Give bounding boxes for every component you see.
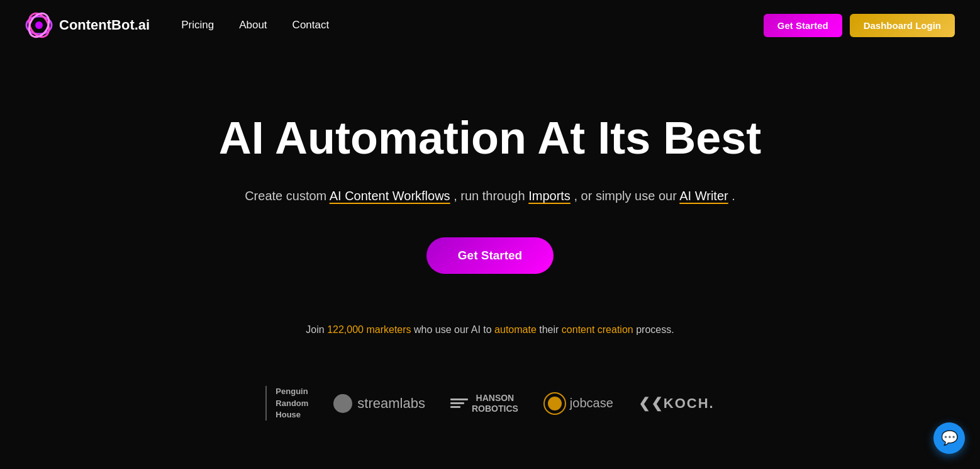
nav-dashboard-login-button[interactable]: Dashboard Login: [850, 14, 955, 37]
penguin-divider: [265, 386, 267, 421]
hero-get-started-button[interactable]: Get Started: [426, 237, 554, 274]
penguin-text: PenguinRandomHouse: [276, 386, 308, 421]
nav-link-contact[interactable]: Contact: [292, 19, 330, 31]
hanson-bar-3: [450, 406, 460, 408]
hanson-bar-1: [450, 398, 468, 400]
social-proof-marketers: 122,000 marketers: [327, 324, 411, 335]
social-proof-prefix: Join: [306, 324, 327, 335]
hero-title: AI Automation At Its Best: [219, 113, 762, 163]
nav-item-about[interactable]: About: [239, 19, 267, 31]
koch-text: ❮❮KOCH.: [638, 395, 715, 412]
logo-hanson: HANSONROBOTICS: [450, 393, 518, 414]
jobcase-inner: [548, 397, 562, 410]
nav-item-pricing[interactable]: Pricing: [181, 19, 214, 31]
hero-subtitle: Create custom AI Content Workflows , run…: [245, 186, 735, 206]
hero-link-workflows[interactable]: AI Content Workflows: [330, 189, 450, 203]
hero-link-imports[interactable]: Imports: [528, 189, 571, 203]
svg-point-3: [35, 21, 43, 29]
hero-subtitle-suffix: .: [732, 189, 735, 203]
logo-koch: ❮❮KOCH.: [638, 395, 715, 412]
logo-text: ContentBot.ai: [59, 17, 150, 33]
nav-links: Pricing About Contact: [181, 19, 329, 31]
streamlabs-icon: [333, 394, 352, 413]
chat-widget[interactable]: 💬: [933, 422, 965, 454]
nav-right: Get Started Dashboard Login: [764, 14, 955, 37]
jobcase-circle: [543, 392, 566, 415]
social-proof-suffix: process.: [636, 324, 674, 335]
hanson-bar-2: [450, 402, 464, 404]
hero-subtitle-mid2: , or simply use our: [574, 189, 676, 203]
logo-jobcase: jobcase: [543, 392, 613, 415]
social-proof-content-creation: content creation: [562, 324, 633, 335]
hanson-text: HANSONROBOTICS: [472, 393, 518, 414]
hanson-bars: [450, 398, 468, 408]
logos-section: PenguinRandomHouse streamlabs HANSONROBO…: [240, 373, 739, 433]
svg-rect-4: [338, 402, 342, 408]
logo-streamlabs: streamlabs: [333, 394, 425, 413]
hero-subtitle-mid1: , run through: [454, 189, 525, 203]
hero-link-writer[interactable]: AI Writer: [679, 189, 728, 203]
svg-rect-5: [343, 400, 346, 408]
navbar: ContentBot.ai Pricing About Contact Get …: [0, 0, 980, 50]
jobcase-text: jobcase: [570, 396, 613, 410]
social-proof-automate: automate: [494, 324, 537, 335]
logo-penguin: PenguinRandomHouse: [265, 386, 308, 421]
nav-item-contact[interactable]: Contact: [292, 19, 330, 31]
chat-icon: 💬: [941, 430, 958, 446]
social-proof: Join 122,000 marketers who use our AI to…: [306, 324, 674, 336]
logo-link[interactable]: ContentBot.ai: [25, 11, 150, 39]
social-proof-mid2: their: [539, 324, 562, 335]
nav-get-started-button[interactable]: Get Started: [764, 14, 842, 37]
streamlabs-text: streamlabs: [357, 395, 425, 412]
hero-subtitle-prefix: Create custom: [245, 189, 326, 203]
hero-section: AI Automation At Its Best Create custom …: [0, 50, 980, 469]
nav-link-about[interactable]: About: [239, 19, 267, 31]
social-proof-mid1: who use our AI to: [414, 324, 494, 335]
nav-left: ContentBot.ai Pricing About Contact: [25, 11, 329, 39]
nav-link-pricing[interactable]: Pricing: [181, 19, 214, 31]
logo-icon: [25, 11, 53, 39]
